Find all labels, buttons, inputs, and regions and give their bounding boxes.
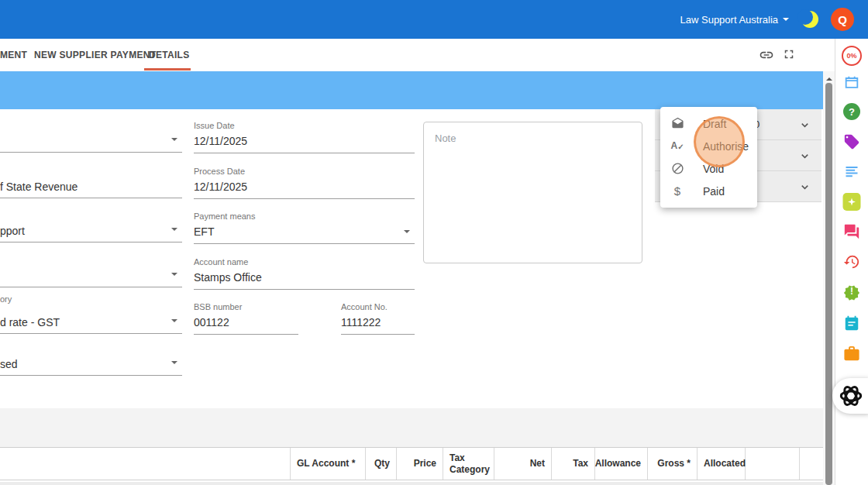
history-icon[interactable] xyxy=(843,253,860,270)
column-header-qty[interactable]: Qty xyxy=(366,448,397,480)
briefcase-icon[interactable] xyxy=(843,345,861,363)
note-textarea[interactable]: Note xyxy=(423,122,642,263)
tab-details[interactable]: DETAILS xyxy=(149,39,190,71)
scroll-up-arrow-icon[interactable] xyxy=(826,74,832,81)
chat-icon[interactable] xyxy=(843,223,860,240)
chevron-down-icon xyxy=(171,138,177,144)
app-window: Law Support Australia Q MENT NEW SUPPLIE… xyxy=(0,0,868,485)
field-left-6[interactable]: sed xyxy=(0,349,182,376)
issue-date-field[interactable]: Issue Date 12/11/2025 xyxy=(194,121,415,153)
tab-bar: MENT NEW SUPPLIER PAYMENT DETAILS xyxy=(0,39,835,71)
vertical-scrollbar[interactable] xyxy=(823,71,835,485)
column-header-gl-account[interactable]: GL Account * xyxy=(291,448,366,480)
field-left-1[interactable] xyxy=(0,126,182,153)
link-icon[interactable] xyxy=(759,47,774,63)
event-note-icon[interactable] xyxy=(843,315,860,332)
chevron-down-icon xyxy=(799,119,811,131)
column-header-blank-2[interactable] xyxy=(746,448,800,480)
chevron-down-icon xyxy=(171,361,177,367)
payment-means-field[interactable]: Payment means EFT xyxy=(194,212,415,244)
chevron-down-icon xyxy=(799,150,811,162)
alert-seal-icon[interactable]: ! xyxy=(835,284,868,301)
line-items-table: GL Account * Qty Price Tax Category Net … xyxy=(0,447,823,485)
assistant-logo-button[interactable] xyxy=(832,378,868,414)
paid-icon: $ xyxy=(670,184,684,198)
table-header-row: GL Account * Qty Price Tax Category Net … xyxy=(0,448,823,480)
menu-item-draft[interactable]: Draft xyxy=(660,112,757,135)
column-header-tax[interactable]: Tax xyxy=(552,448,595,480)
org-menu[interactable]: Law Support Australia xyxy=(680,14,789,26)
list-lines-icon[interactable] xyxy=(844,163,859,179)
tag-icon[interactable] xyxy=(843,133,860,150)
tab-new-supplier-payment[interactable]: NEW SUPPLIER PAYMENT xyxy=(34,39,156,71)
tab-bar-actions xyxy=(759,47,796,63)
menu-item-authorise[interactable]: A✓ Authorise xyxy=(660,135,757,157)
avatar[interactable]: Q xyxy=(831,8,854,31)
bsb-number-field[interactable]: BSB number 001122 xyxy=(194,302,298,335)
calendar-icon[interactable] xyxy=(843,74,860,91)
chevron-down-icon xyxy=(171,273,177,279)
active-tab-underline xyxy=(144,68,191,71)
scrollbar-thumb[interactable] xyxy=(825,83,832,485)
note-placeholder: Note xyxy=(435,132,456,144)
account-name-field[interactable]: Account name Stamps Office xyxy=(194,257,415,290)
field-matter[interactable]: pport xyxy=(0,216,182,242)
progress-badge[interactable]: 0% xyxy=(842,46,862,66)
menu-item-void[interactable]: Void xyxy=(660,157,757,180)
org-label: Law Support Australia xyxy=(680,14,778,26)
fullscreen-icon[interactable] xyxy=(782,47,796,61)
table-row[interactable] xyxy=(0,482,823,485)
chevron-down-icon xyxy=(171,228,177,234)
column-header-tax-category[interactable]: Tax Category xyxy=(443,448,494,480)
record-toolbar: GET LATEST DATA REMOVE + ADD A✓ AUTHORIS… xyxy=(0,71,823,109)
account-no-field[interactable]: Account No. 1111222 xyxy=(341,302,415,335)
sparkle-badge-icon[interactable] xyxy=(843,193,861,211)
void-icon xyxy=(670,162,684,175)
line-items-toolbar: ADD GRID CHARGE xyxy=(0,408,823,447)
status-dropdown-menu: Draft A✓ Authorise Void $ Paid xyxy=(660,107,757,208)
column-header-blank[interactable] xyxy=(0,448,291,480)
column-header-gross[interactable]: Gross * xyxy=(648,448,698,480)
help-icon[interactable]: ? xyxy=(843,103,860,120)
column-header-allocated[interactable]: Allocated xyxy=(698,448,746,480)
chevron-down-icon xyxy=(171,319,177,325)
drafts-icon xyxy=(670,117,684,130)
right-icon-sidebar: 0% ? ! xyxy=(835,39,868,485)
tab-payment-partial[interactable]: MENT xyxy=(0,39,27,71)
column-header-price[interactable]: Price xyxy=(397,448,443,480)
authorise-icon: A✓ xyxy=(670,141,684,152)
field-tax-category[interactable]: ory d rate - GST xyxy=(0,308,182,334)
column-header-allowance[interactable]: Allowance xyxy=(595,448,648,480)
knot-logo-icon xyxy=(838,383,864,409)
night-mode-icon[interactable] xyxy=(801,11,818,28)
column-header-blank-3[interactable] xyxy=(800,448,823,480)
column-header-net[interactable]: Net xyxy=(494,448,552,480)
top-bar: Law Support Australia Q xyxy=(0,0,868,39)
menu-item-paid[interactable]: $ Paid xyxy=(660,180,757,202)
field-left-4[interactable] xyxy=(0,261,182,287)
chevron-down-icon xyxy=(404,230,410,236)
chevron-down-icon xyxy=(799,181,811,193)
process-date-field[interactable]: Process Date 12/11/2025 xyxy=(194,167,415,199)
chevron-down-icon xyxy=(783,18,789,24)
field-payee[interactable]: f State Revenue xyxy=(0,172,182,198)
